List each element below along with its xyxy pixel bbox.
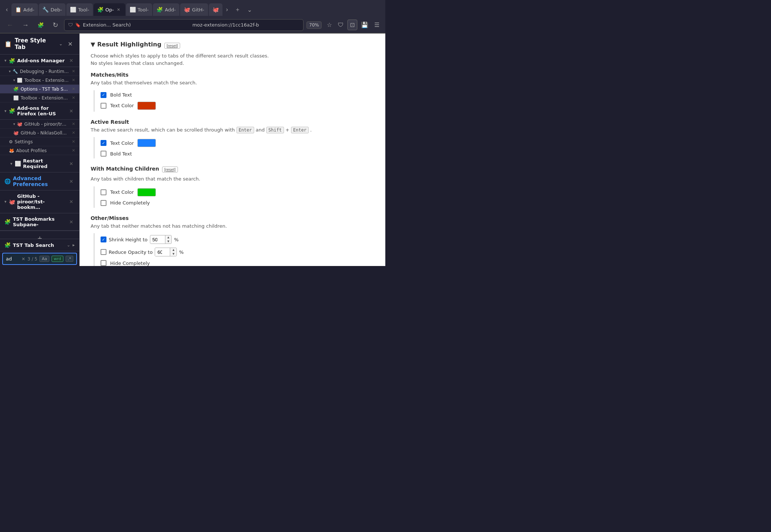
- toolbox2-close[interactable]: ✕: [71, 95, 76, 101]
- text-color-checkbox-active[interactable]: [101, 140, 106, 146]
- advanced-close[interactable]: ✕: [68, 178, 75, 185]
- tab-item-1[interactable]: 📋 Add-: [11, 3, 38, 16]
- shrink-checkbox[interactable]: [101, 237, 106, 242]
- addons-manager-title: Add-ons Manager: [17, 58, 66, 63]
- options-label: Options - TST Tab Searc-: [21, 87, 69, 92]
- hide-checkbox-children[interactable]: [101, 200, 106, 206]
- opacity-label: Reduce Opacity to: [109, 249, 153, 255]
- settings-close[interactable]: ✕: [71, 139, 76, 144]
- search-input[interactable]: ad: [6, 256, 19, 262]
- section-addons-manager[interactable]: ▾ 🧩 Add-ons Manager ✕: [0, 55, 79, 67]
- tab-close-4[interactable]: ✕: [116, 7, 121, 13]
- shrink-spinners: ▲ ▼: [165, 235, 172, 244]
- search-regex-badge[interactable]: .*: [66, 256, 73, 262]
- section-restart[interactable]: ▾ ⬜ Restart Required ✕: [0, 155, 79, 172]
- toolbox2-label: Toolbox - Extension / Tre-: [21, 95, 69, 101]
- toolbox1-close[interactable]: ✕: [71, 77, 76, 83]
- profiles-close[interactable]: ✕: [71, 148, 76, 153]
- text-color-checkbox-children[interactable]: [101, 189, 106, 195]
- favicon-btn[interactable]: 🧩: [35, 21, 47, 29]
- add-panel-button[interactable]: ＋: [0, 231, 79, 239]
- tab-item-2[interactable]: 🔧 Deb-: [39, 3, 66, 16]
- main-area: 📋 Tree Style Tab ⌄ ✕ ▾ 🧩 Add-ons Manager…: [0, 34, 385, 266]
- shield-button[interactable]: 🛡: [336, 20, 346, 30]
- github-piroor-close[interactable]: ✕: [68, 199, 75, 205]
- save-to-pocket-button[interactable]: 💾: [359, 20, 371, 30]
- addons-firefox-close[interactable]: ✕: [68, 108, 75, 114]
- bold-text-checkbox-active[interactable]: [101, 151, 106, 157]
- search-case-badge[interactable]: Aa: [39, 256, 49, 262]
- opacity-down-btn[interactable]: ▼: [170, 252, 176, 256]
- reader-view-button[interactable]: ⊡: [347, 20, 357, 30]
- shrink-down-btn[interactable]: ▼: [165, 239, 172, 244]
- github2-close[interactable]: ✕: [71, 130, 76, 136]
- tree-item-toolbox2[interactable]: ⬜ Toolbox - Extension / Tre- ✕: [0, 94, 79, 102]
- section-tst-bookmarks[interactable]: 🧩 TST Bookmarks Subpane- ✕: [0, 213, 79, 231]
- address-bar[interactable]: 🛡 🔖 Extension... Search) moz-extension:/…: [64, 19, 304, 31]
- tab-item-4[interactable]: 🧩 Op- ✕: [94, 3, 125, 16]
- tab-item-8[interactable]: 🐙: [209, 3, 222, 16]
- tree-item-github1[interactable]: ▾ 🐙 GitHub - piroor/treestyle-… ✕: [0, 120, 79, 129]
- opacity-up-btn[interactable]: ▲: [170, 248, 176, 252]
- result-highlighting-reset[interactable]: [reset]: [164, 43, 180, 49]
- matching-children-reset[interactable]: [reset]: [162, 167, 178, 172]
- back-button[interactable]: ←: [4, 20, 16, 30]
- tree-item-debugging[interactable]: ▾ 🔧 Debugging - Runtime / thi… ✕: [0, 67, 79, 76]
- search-bar[interactable]: ad ✕ 3 / 5 Aa wrd .*: [2, 253, 77, 265]
- restart-close[interactable]: ✕: [68, 161, 75, 167]
- github1-close[interactable]: ✕: [71, 121, 76, 127]
- section-advanced-prefs[interactable]: 🌐 Advanced Preferences ✕: [0, 172, 79, 190]
- footer-arrow-icon[interactable]: ▸: [73, 242, 75, 248]
- option-bold-text-active: Bold Text: [101, 149, 374, 158]
- tree-item-settings[interactable]: ⚙️ Settings ✕: [0, 137, 79, 146]
- tab-item-6[interactable]: 🧩 Add-: [153, 3, 179, 16]
- opacity-checkbox[interactable]: [101, 249, 106, 255]
- text-color-checkbox-matches[interactable]: [101, 103, 106, 109]
- tab-item-7[interactable]: 🐙 GitH-: [180, 3, 208, 16]
- more-tabs-btn[interactable]: ›: [223, 5, 231, 14]
- tab-list-btn[interactable]: ⌄: [244, 5, 255, 15]
- addons-manager-close[interactable]: ✕: [68, 57, 75, 64]
- hide-checkbox-misses[interactable]: [101, 260, 106, 266]
- option-hide-misses: Hide Completely: [101, 258, 374, 266]
- nav-back-btn[interactable]: ‹: [3, 5, 11, 14]
- opacity-value[interactable]: [155, 248, 170, 256]
- tree-item-github2[interactable]: 🐙 GitHub - NiklasGollenste- ✕: [0, 129, 79, 137]
- text-color-swatch-active[interactable]: [137, 139, 156, 147]
- sidebar-close-button[interactable]: ✕: [66, 40, 75, 48]
- toolbox1-icon: ⬜: [17, 78, 22, 83]
- search-clear-icon[interactable]: ✕: [21, 256, 25, 262]
- bold-text-label-active: Bold Text: [110, 151, 132, 157]
- bookmark-button[interactable]: ☆: [325, 20, 334, 30]
- sidebar-scroll[interactable]: ▾ 🧩 Add-ons Manager ✕ ▾ 🔧 Debugging - Ru…: [0, 55, 79, 239]
- section-addons-firefox[interactable]: ▾ 🧩 Add-ons for Firefox (en-US ✕: [0, 102, 79, 120]
- sidebar-dropdown-icon[interactable]: ⌄: [59, 41, 63, 46]
- hamburger-menu[interactable]: ☰: [372, 20, 382, 30]
- tab-item-5[interactable]: ⬜ Tool-: [126, 3, 153, 16]
- profiles-icon: 🦊: [9, 148, 14, 153]
- shrink-number-input[interactable]: ▲ ▼: [150, 235, 172, 244]
- text-color-swatch-matches[interactable]: [137, 102, 156, 110]
- search-word-badge[interactable]: wrd: [52, 256, 63, 262]
- tree-item-toolbox1[interactable]: ▾ ⬜ Toolbox - Extension / TST ✕: [0, 76, 79, 85]
- text-color-swatch-children[interactable]: [137, 188, 156, 196]
- section-github-piroor[interactable]: ▾ 🐙 GitHub - piroor/tst-bookm… ✕: [0, 190, 79, 213]
- tst-bookmarks-close[interactable]: ✕: [68, 219, 75, 225]
- forward-button[interactable]: →: [19, 20, 32, 30]
- debugging-close[interactable]: ✕: [71, 69, 76, 74]
- tab-label-4: Op-: [105, 7, 114, 13]
- tree-item-options[interactable]: 🧩 Options - TST Tab Searc- ✕: [0, 85, 79, 94]
- footer-dropdown-icon[interactable]: ⌄: [67, 242, 70, 248]
- zoom-badge[interactable]: 70%: [306, 21, 322, 29]
- other-misses-desc: Any tab that neither matches not has mat…: [91, 223, 374, 230]
- shrink-value[interactable]: [150, 236, 165, 244]
- bold-text-checkbox-matches[interactable]: [101, 92, 106, 98]
- new-tab-btn[interactable]: ＋: [232, 4, 243, 15]
- result-highlighting-header: ▼ Result Highlighting [reset]: [91, 41, 374, 50]
- options-close[interactable]: ✕: [71, 86, 76, 92]
- opacity-number-input[interactable]: ▲ ▼: [155, 248, 177, 256]
- shrink-up-btn[interactable]: ▲: [165, 235, 172, 239]
- tab-item-3[interactable]: ⬜ Tool-: [66, 3, 93, 16]
- tree-item-profiles[interactable]: 🦊 About Profiles ✕: [0, 146, 79, 155]
- reload-button[interactable]: ↻: [50, 20, 61, 30]
